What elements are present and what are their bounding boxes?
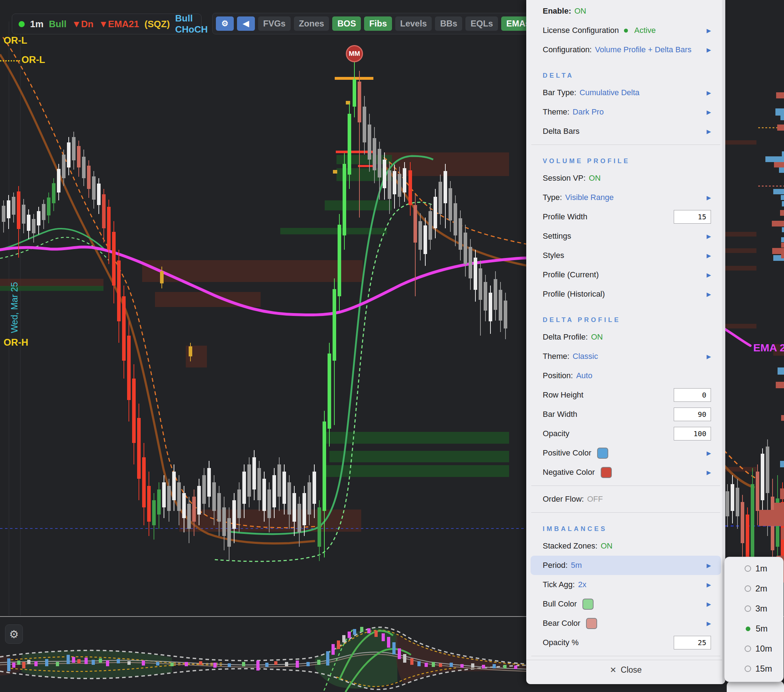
candle-body <box>17 191 20 229</box>
period-option-2m[interactable]: 2m <box>725 579 783 598</box>
ssl-bull-dashed-line <box>215 202 440 561</box>
toolbar-button-levels[interactable]: Levels <box>395 16 432 31</box>
menu-item-value: Cumulative Delta <box>580 88 640 97</box>
indicator-settings-gear-button[interactable]: ⚙ <box>5 625 23 644</box>
toolbar-button-zones[interactable]: Zones <box>294 16 329 31</box>
menu-item-positive-color[interactable]: Positive Color▶ <box>526 443 725 463</box>
toolbar-button-bbs[interactable]: BBs <box>435 16 462 31</box>
candle-body <box>82 157 86 178</box>
menu-item-delta-bars[interactable]: Delta Bars▶ <box>526 122 725 141</box>
menu-item-order-flow[interactable]: Order Flow:OFF <box>526 490 725 509</box>
menu-input-profile-width[interactable] <box>674 210 711 224</box>
menu-item-profile-width[interactable]: Profile Width <box>526 207 725 227</box>
squeeze-bar <box>228 663 231 667</box>
menu-input-bar-width[interactable] <box>674 408 711 421</box>
squeeze-bar <box>199 661 202 665</box>
menu-item-settings[interactable]: Settings▶ <box>526 227 725 246</box>
squeeze-bar <box>185 662 188 666</box>
menu-item-bear-color[interactable]: Bear Color▶ <box>526 614 725 633</box>
menu-item-value: OFF <box>587 495 603 504</box>
candle-body <box>252 457 256 490</box>
chevron-right-icon: ▶ <box>707 109 711 115</box>
squeeze-bar <box>285 662 288 666</box>
period-option-15m[interactable]: 15m <box>725 659 783 679</box>
menu-item-stacked-zones[interactable]: Stacked Zones:ON <box>526 536 725 556</box>
candle-body <box>766 447 769 493</box>
candle-body <box>298 504 301 533</box>
toolbar-button-fvgs[interactable]: FVGs <box>258 16 291 31</box>
menu-item-tick-agg[interactable]: Tick Agg:2x▶ <box>526 575 725 594</box>
menu-item-type[interactable]: Type:Visible Range▶ <box>526 188 725 207</box>
menu-item-theme[interactable]: Theme:Classic▶ <box>526 347 725 366</box>
period-option-5m[interactable]: 5m <box>725 619 783 639</box>
menu-close-button[interactable]: ✕Close <box>526 660 725 680</box>
chevron-right-icon: ▶ <box>707 353 711 360</box>
menu-item-opacity[interactable]: Opacity % <box>526 633 725 652</box>
color-swatch[interactable] <box>586 618 597 629</box>
color-swatch[interactable] <box>597 448 608 459</box>
menu-item-theme[interactable]: Theme:Dark Pro▶ <box>526 102 725 122</box>
period-option-label: 5m <box>756 624 768 634</box>
menu-item-profile-historical[interactable]: Profile (Historical)▶ <box>526 284 725 304</box>
period-option-3m[interactable]: 3m <box>725 598 783 619</box>
menu-item-delta-profile[interactable]: Delta Profile:ON <box>526 327 725 347</box>
chevron-right-icon: ▶ <box>707 89 711 96</box>
menu-item-enable[interactable]: Enable:ON <box>526 2 725 21</box>
candle-body <box>202 475 206 504</box>
menu-item-profile-current[interactable]: Profile (Current)▶ <box>526 265 725 284</box>
squeeze-bar <box>492 664 496 668</box>
delta-bar-negative <box>772 221 784 227</box>
menu-input-opacity[interactable] <box>674 427 711 441</box>
delta-bar-positive <box>780 461 784 467</box>
candle-body <box>37 211 40 225</box>
menu-item-position[interactable]: Position:Auto <box>526 366 725 385</box>
menu-input-row-height[interactable] <box>674 388 711 402</box>
period-option-10m[interactable]: 10m <box>725 639 783 659</box>
squeeze-bar <box>503 665 507 668</box>
menu-item-bar-width[interactable]: Bar Width <box>526 405 725 424</box>
menu-input-opacity[interactable] <box>674 636 711 649</box>
bear-zone <box>725 248 756 253</box>
menu-item-negative-color[interactable]: Negative Color▶ <box>526 463 725 482</box>
menu-item-period[interactable]: Period:5m▶ <box>530 556 721 575</box>
menu-item-row-height[interactable]: Row Height <box>526 385 725 405</box>
menu-item-opacity[interactable]: Opacity <box>526 424 725 443</box>
candle-body <box>237 490 241 518</box>
toolbar-toggle-group: FVGsZonesBOSFibsLevelsBBsEQLsEMAsSSL <box>258 16 565 31</box>
menu-item-label: Bull Color <box>543 599 577 609</box>
candle-body <box>92 176 96 200</box>
candle-body <box>464 233 467 264</box>
menu-item-bar-type[interactable]: Bar Type:Cumulative Delta▶ <box>526 83 725 102</box>
menu-separator <box>531 485 720 486</box>
delta-bar-positive <box>782 151 784 157</box>
menu-item-value: Auto <box>576 371 592 380</box>
menu-item-value: 2x <box>578 580 586 589</box>
mm-signal-badge[interactable]: MM <box>346 45 363 62</box>
chart-toolbar: ⚙ ◀ FVGsZonesBOSFibsLevelsBBsEQLsEMAsSSL <box>212 13 569 35</box>
menu-item-session-vp[interactable]: Session VP:ON <box>526 169 725 188</box>
settings-gear-button[interactable]: ⚙ <box>216 16 234 31</box>
menu-item-configuration[interactable]: Configuration:Volume Profile + Delta Bar… <box>526 40 725 59</box>
period-option-1m[interactable]: 1m <box>725 559 783 579</box>
candle-body <box>489 293 492 321</box>
toolbar-button-eqls[interactable]: EQLs <box>465 16 498 31</box>
candle-body <box>479 268 482 300</box>
color-swatch[interactable] <box>601 467 612 478</box>
menu-item-license-configuration[interactable]: License ConfigurationActive▶ <box>526 21 725 40</box>
close-icon: ✕ <box>609 666 616 675</box>
menu-item-styles[interactable]: Styles▶ <box>526 246 725 265</box>
close-label: Close <box>621 665 642 675</box>
menu-item-label: Opacity <box>543 429 570 438</box>
candle-body <box>57 169 61 192</box>
candle-body <box>378 149 381 178</box>
toolbar-button-fibs[interactable]: Fibs <box>364 16 392 31</box>
menu-item-label: Positive Color <box>543 448 591 458</box>
menu-item-label: Stacked Zones: <box>543 541 598 551</box>
toolbar-button-bos[interactable]: BOS <box>332 16 361 31</box>
squeeze-bar <box>360 627 363 632</box>
color-swatch[interactable] <box>583 598 593 610</box>
back-arrow-button[interactable]: ◀ <box>237 16 255 31</box>
menu-item-bull-color[interactable]: Bull Color▶ <box>526 594 725 614</box>
menu-item-label: Delta Profile: <box>543 332 588 342</box>
candle-body <box>2 206 5 222</box>
